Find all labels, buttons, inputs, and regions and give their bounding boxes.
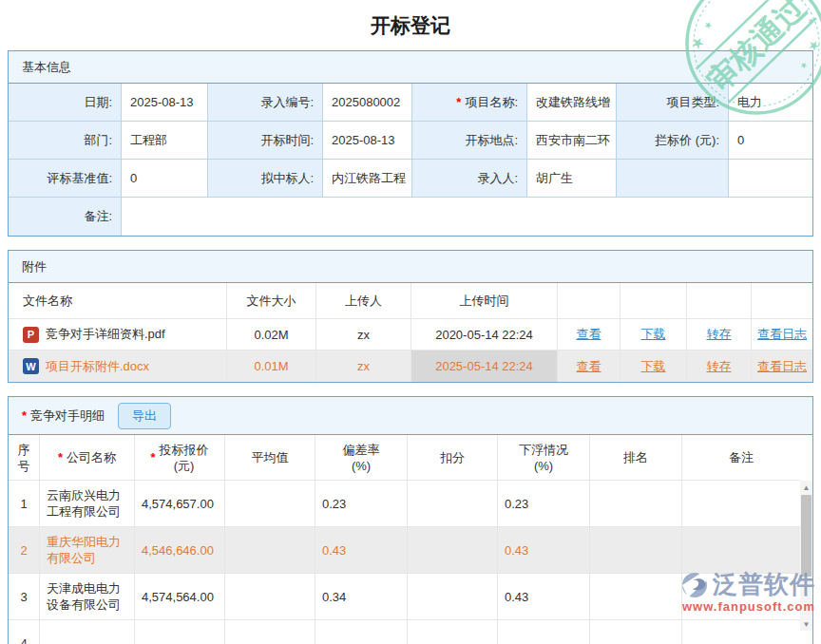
scrollbar-thumb[interactable] <box>801 495 811 577</box>
attachment-file-size: 0.01M <box>227 350 316 382</box>
col-header-deduction: 扣分 <box>408 435 498 481</box>
col-header-file-size: 文件大小 <box>227 283 316 319</box>
field-label-proposed-winner: 拟中标人: <box>208 160 323 198</box>
field-value-entry-no: 2025080002 <box>323 84 412 122</box>
col-header-action-4 <box>752 283 812 319</box>
attachments-header: 附件 <box>9 251 812 283</box>
table-scrollbar[interactable]: ▲ ▼ <box>800 481 812 631</box>
field-value-recorder: 胡广生 <box>527 160 617 198</box>
attachment-action-cell: 查看 <box>558 319 621 350</box>
field-value-empty <box>729 160 812 198</box>
attachment-file-name[interactable]: 项目开标附件.docx <box>46 358 149 375</box>
competitor-rank <box>590 574 682 620</box>
competitor-seq: 1 <box>9 481 40 527</box>
scroll-down-arrow[interactable]: ▼ <box>800 617 812 631</box>
attachments-table: 文件名称 文件大小 上传人 上传时间 P 竞争对手详细资料.pdf 0.02M … <box>9 283 812 382</box>
attachments-title: 附件 <box>22 258 47 275</box>
view-link[interactable]: 查看 <box>577 358 601 375</box>
field-value-proposed-winner: 内江铁路工程 <box>323 160 412 198</box>
field-label-department: 部门: <box>9 122 122 160</box>
attachment-action-cell: 下载 <box>621 350 687 382</box>
competitor-bid: 4,574,657.00 <box>135 481 225 527</box>
view-link[interactable]: 查看 <box>577 326 601 343</box>
competitor-seq: 4 <box>9 620 40 644</box>
competitor-average <box>225 527 315 574</box>
field-value-project-name: 改建铁路线增 <box>527 84 617 122</box>
competitor-company[interactable]: 天津成电电力设备有限公司 <box>40 574 135 620</box>
col-header-float-down: 下浮情况 (%) <box>498 435 590 481</box>
competitor-bid <box>135 620 225 644</box>
field-value-eval-base: 0 <box>122 160 208 198</box>
competitors-section: * 竞争对手明细 导出 序号 *公司名称 *投标报价 (元) 平均值 偏差率 (… <box>8 396 813 644</box>
competitor-average <box>225 574 315 620</box>
col-header-company: *公司名称 <box>40 435 135 481</box>
field-value-remark <box>122 198 812 236</box>
transfer-link[interactable]: 转存 <box>707 326 732 343</box>
transfer-link[interactable]: 转存 <box>707 358 732 375</box>
required-mark: * <box>456 95 461 109</box>
view-log-link[interactable]: 查看日志 <box>757 326 807 343</box>
competitor-average <box>225 620 315 644</box>
competitor-rank <box>590 527 682 574</box>
competitor-seq: 3 <box>9 574 40 620</box>
col-header-action-2 <box>621 283 687 319</box>
competitor-remark <box>682 620 800 644</box>
attachment-row-file-name[interactable]: W 项目开标附件.docx <box>9 350 227 382</box>
attachment-action-cell: 转存 <box>687 350 752 382</box>
download-link[interactable]: 下载 <box>641 326 666 343</box>
attachment-file-name[interactable]: 竞争对手详细资料.pdf <box>46 326 165 343</box>
competitor-bid: 4,546,646.00 <box>135 527 225 574</box>
competitor-remark <box>682 527 800 574</box>
col-header-action-1 <box>558 283 621 319</box>
field-value-department: 工程部 <box>122 122 208 160</box>
competitor-company[interactable]: 云南欣兴电力工程有限公司 <box>40 481 135 527</box>
basic-info-header: 基本信息 <box>9 51 812 84</box>
basic-info-title: 基本信息 <box>22 59 71 76</box>
attachment-uploader: zx <box>316 350 411 382</box>
competitor-remark <box>682 574 800 620</box>
required-mark: * <box>22 408 27 423</box>
competitors-table: 序号 *公司名称 *投标报价 (元) 平均值 偏差率 (%) 扣分 下浮情况 (… <box>9 435 800 644</box>
competitor-company[interactable] <box>40 620 135 644</box>
word-file-icon: W <box>23 358 39 374</box>
col-header-file-name: 文件名称 <box>9 283 227 319</box>
competitor-deduction <box>408 620 498 644</box>
competitor-seq: 2 <box>9 527 40 574</box>
field-label-entry-no: 录入编号: <box>208 84 323 122</box>
field-label-open-place: 开标地点: <box>412 122 527 160</box>
field-label-project-name: *项目名称: <box>412 84 527 122</box>
col-header-seq: 序号 <box>9 435 40 481</box>
download-link[interactable]: 下载 <box>641 358 666 375</box>
attachment-action-cell: 下载 <box>621 319 687 350</box>
scroll-up-arrow[interactable]: ▲ <box>800 481 812 494</box>
competitor-float-down <box>498 620 590 644</box>
competitor-deviation <box>315 620 408 644</box>
competitor-deduction <box>408 527 498 574</box>
attachment-uploader: zx <box>316 319 411 350</box>
competitor-deduction <box>408 481 498 527</box>
attachment-row-file-name[interactable]: P 竞争对手详细资料.pdf <box>9 319 227 350</box>
export-button[interactable]: 导出 <box>118 403 171 429</box>
required-mark: * <box>150 449 155 465</box>
attachment-upload-time: 2020-05-14 22:24 <box>411 319 558 350</box>
field-label-empty <box>617 160 729 198</box>
competitor-company[interactable]: 重庆华阳电力有限公司 <box>40 527 135 574</box>
col-header-upload-time: 上传时间 <box>411 283 558 319</box>
col-header-uploader: 上传人 <box>316 283 411 319</box>
col-header-rank: 排名 <box>590 435 682 481</box>
competitor-float-down: 0.43 <box>498 527 590 574</box>
attachment-action-cell: 转存 <box>687 319 752 350</box>
col-header-action-3 <box>687 283 752 319</box>
col-header-remark: 备注 <box>682 435 800 481</box>
competitors-title: 竞争对手明细 <box>30 407 105 425</box>
competitor-deviation: 0.43 <box>315 527 408 574</box>
competitors-table-wrap: 序号 *公司名称 *投标报价 (元) 平均值 偏差率 (%) 扣分 下浮情况 (… <box>9 435 812 644</box>
competitor-remark <box>682 481 800 527</box>
field-label-eval-base: 评标基准值: <box>9 160 122 198</box>
field-label-date: 日期: <box>9 84 122 122</box>
view-log-link[interactable]: 查看日志 <box>757 358 807 375</box>
competitor-rank <box>590 481 682 527</box>
field-value-ceiling-price: 0 <box>729 122 812 160</box>
col-header-bid-price: *投标报价 (元) <box>135 435 225 481</box>
pdf-file-icon: P <box>23 327 39 343</box>
